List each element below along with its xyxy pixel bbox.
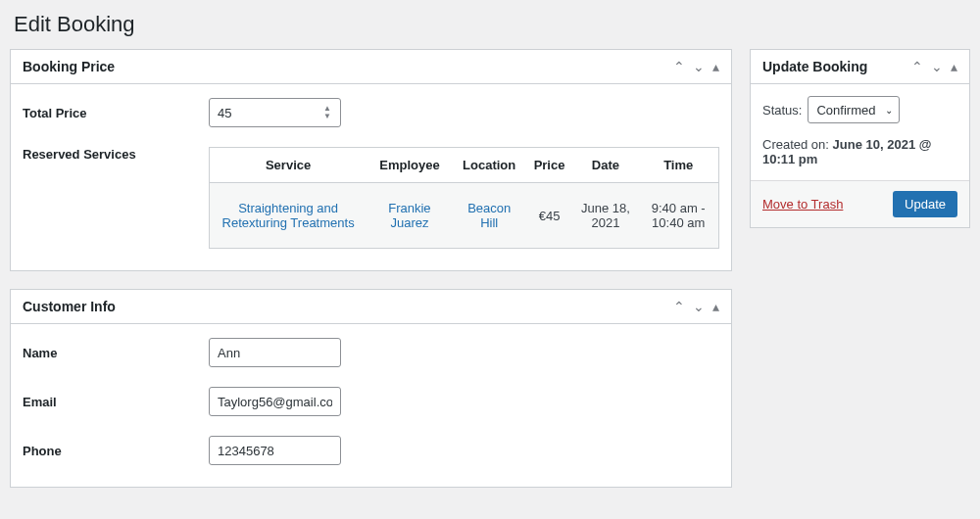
total-price-input[interactable] — [209, 98, 341, 127]
name-label: Name — [23, 346, 209, 360]
panel-title: Update Booking — [762, 59, 867, 74]
email-input[interactable] — [209, 387, 341, 416]
created-on: Created on: June 10, 2021 @ 10:11 pm — [762, 137, 957, 166]
cell-time: 9:40 am - 10:40 am — [638, 183, 718, 249]
chevron-down-icon[interactable]: ⌄ — [931, 60, 943, 73]
col-employee: Employee — [367, 148, 453, 183]
status-select[interactable]: Confirmed — [808, 96, 900, 123]
phone-label: Phone — [23, 444, 209, 458]
panel-header: Customer Info ⌃ ⌄ ▴ — [11, 290, 731, 324]
col-price: Price — [526, 148, 573, 183]
panel-title: Customer Info — [23, 299, 116, 314]
update-button[interactable]: Update — [893, 191, 957, 217]
panel-header: Booking Price ⌃ ⌄ ▴ — [11, 50, 731, 84]
move-to-trash-link[interactable]: Move to Trash — [762, 197, 843, 212]
phone-input[interactable] — [209, 436, 341, 465]
update-booking-panel: Update Booking ⌃ ⌄ ▴ Status: Confirmed ⌄ — [750, 49, 970, 228]
reserved-services-label: Reserved Services — [23, 147, 209, 162]
triangle-up-icon[interactable]: ▴ — [712, 300, 719, 313]
chevron-up-icon[interactable]: ⌃ — [673, 300, 685, 313]
col-date: Date — [572, 148, 638, 183]
number-stepper[interactable]: ▲ ▼ — [323, 104, 337, 121]
stepper-down-icon[interactable]: ▼ — [323, 113, 337, 120]
panel-title: Booking Price — [23, 59, 115, 74]
status-label: Status: — [762, 103, 802, 118]
col-location: Location — [453, 148, 526, 183]
table-row: Straightening and Retexturing Treatments… — [210, 183, 719, 249]
chevron-up-icon[interactable]: ⌃ — [673, 60, 685, 73]
location-link[interactable]: Beacon Hill — [467, 201, 511, 230]
chevron-up-icon[interactable]: ⌃ — [911, 60, 923, 73]
total-price-label: Total Price — [23, 106, 209, 120]
triangle-up-icon[interactable]: ▴ — [951, 60, 957, 73]
page-title: Edit Booking — [10, 8, 970, 49]
triangle-up-icon[interactable]: ▴ — [712, 60, 719, 73]
service-link[interactable]: Straightening and Retexturing Treatments — [222, 201, 355, 230]
name-input[interactable] — [209, 338, 341, 367]
col-service: Service — [210, 148, 368, 183]
panel-header: Update Booking ⌃ ⌄ ▴ — [751, 50, 969, 84]
customer-info-panel: Customer Info ⌃ ⌄ ▴ Name Email — [10, 289, 732, 488]
cell-date: June 18, 2021 — [572, 183, 638, 249]
chevron-down-icon[interactable]: ⌄ — [693, 300, 705, 313]
cell-price: €45 — [526, 183, 573, 249]
reserved-services-table: Service Employee Location Price Date Tim… — [209, 147, 719, 249]
chevron-down-icon[interactable]: ⌄ — [693, 60, 705, 73]
email-label: Email — [23, 395, 209, 409]
booking-price-panel: Booking Price ⌃ ⌄ ▴ Total Price ▲ — [10, 49, 732, 271]
employee-link[interactable]: Frankie Juarez — [388, 201, 430, 230]
col-time: Time — [638, 148, 718, 183]
